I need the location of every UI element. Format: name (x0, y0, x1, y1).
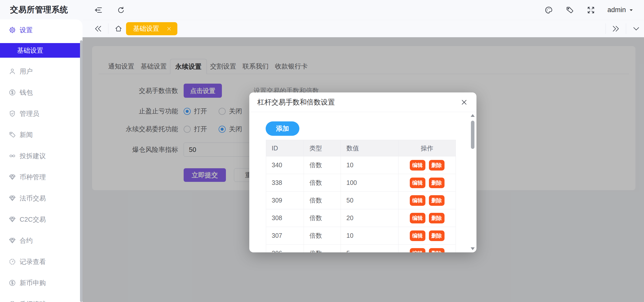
sidebar: 交易所管理系统 设置 基础设置 用户 钱包 管理员 (0, 0, 83, 302)
leverage-table: ID 类型 数值 操作 340 倍数 10 编辑 删除 (266, 140, 456, 252)
table-row: 306 倍数 5 编辑 删除 (266, 244, 456, 252)
sidebar-item-wallet[interactable]: 钱包 (0, 82, 83, 103)
tabbar: 基础设置 (83, 20, 644, 37)
open-tab-basic-settings[interactable]: 基础设置 (126, 22, 177, 35)
divider (626, 23, 626, 34)
delete-button[interactable]: 删除 (429, 230, 445, 241)
sidebar-item-label: 设置 (20, 26, 33, 35)
cell-id: 308 (266, 209, 304, 227)
cell-id: 307 (266, 227, 304, 244)
tag-icon[interactable] (566, 6, 574, 14)
compass-icon (9, 258, 16, 265)
delete-button[interactable]: 删除 (429, 160, 445, 171)
delete-button[interactable]: 删除 (429, 195, 445, 206)
topbar: admin (83, 0, 644, 20)
delete-button[interactable]: 删除 (429, 248, 445, 253)
palette-icon[interactable] (544, 6, 553, 14)
sidebar-item-admins[interactable]: 管理员 (0, 103, 83, 124)
col-header-actions: 操作 (398, 140, 456, 156)
cell-value: 20 (341, 209, 398, 227)
shield-check-icon (9, 110, 16, 117)
cell-value: 50 (341, 192, 398, 209)
cell-value: 5 (341, 245, 398, 252)
sidebar-item-news[interactable]: 新闻 (0, 124, 83, 145)
edit-button[interactable]: 编辑 (410, 195, 425, 206)
diamond-icon (9, 216, 16, 223)
cell-id: 340 (266, 156, 304, 174)
tab-close-icon[interactable] (166, 26, 172, 31)
modal-scrollbar[interactable] (470, 114, 475, 250)
cell-id: 306 (266, 245, 304, 252)
edit-button[interactable]: 编辑 (410, 230, 425, 241)
sidebar-item-label: 法币交易 (20, 194, 46, 203)
sidebar-item-label: 投拆建议 (20, 152, 46, 160)
refresh-icon[interactable] (117, 6, 125, 14)
divider (606, 23, 606, 34)
content-area: 通知设置 基础设置 永续设置 交割设置 联系我们 收款银行卡 交易手数倍数 点击… (83, 37, 644, 302)
sidebar-item-label: C2C交易 (20, 215, 46, 224)
sidebar-item-settings[interactable]: 设置 (0, 19, 83, 41)
fullscreen-icon[interactable] (587, 6, 595, 14)
sidebar-item-basic-settings[interactable]: 基础设置 (0, 43, 83, 58)
edit-button[interactable]: 编辑 (410, 248, 425, 253)
modal-close-icon[interactable] (460, 98, 468, 106)
sidebar-item-records[interactable]: 记录查看 (0, 251, 83, 272)
scroll-down-arrow[interactable] (471, 247, 475, 250)
sidebar-menu: 设置 基础设置 用户 钱包 管理员 新闻 投拆 (0, 19, 83, 302)
table-row: 338 倍数 100 编辑 删除 (266, 174, 456, 191)
sidebar-item-label: 记录查看 (20, 257, 46, 266)
modal-body: 添加 ID 类型 数值 操作 340 倍数 10 编辑 删除 (249, 112, 476, 252)
edit-button[interactable]: 编辑 (410, 160, 425, 171)
col-header-id: ID (266, 140, 304, 156)
home-icon[interactable] (114, 25, 123, 33)
username: admin (607, 6, 626, 14)
cell-value: 100 (341, 174, 398, 191)
user-icon (9, 68, 16, 75)
edit-button[interactable]: 编辑 (410, 213, 425, 223)
sidebar-item-staking-mining[interactable]: 质押挖矿 (0, 293, 83, 302)
sidebar-item-coin-management[interactable]: 币种管理 (0, 166, 83, 188)
sidebar-item-c2c-trading[interactable]: C2C交易 (0, 209, 83, 230)
caret-down-icon (628, 7, 634, 13)
app-root: 交易所管理系统 设置 基础设置 用户 钱包 管理员 (0, 0, 644, 302)
add-button[interactable]: 添加 (266, 121, 299, 136)
sidebar-item-contract[interactable]: 合约 (0, 230, 83, 251)
cell-id: 338 (266, 174, 304, 191)
user-menu[interactable]: admin (607, 6, 634, 14)
sidebar-item-fiat-trading[interactable]: 法币交易 (0, 188, 83, 209)
cell-type: 倍数 (304, 209, 341, 227)
chevrons-left-icon[interactable] (94, 25, 102, 33)
cell-type: 倍数 (304, 174, 341, 191)
cell-type: 倍数 (304, 192, 341, 209)
sidebar-item-feedback[interactable]: 投拆建议 (0, 145, 83, 166)
sidebar-item-label: 新闻 (20, 130, 33, 139)
sidebar-item-new-coin-subscribe[interactable]: 新币申购 (0, 272, 83, 293)
table-row: 309 倍数 50 编辑 删除 (266, 191, 456, 209)
diamond-icon (9, 194, 16, 202)
table-row: 340 倍数 10 编辑 删除 (266, 156, 456, 174)
scroll-up-arrow[interactable] (471, 114, 475, 117)
sidebar-item-label: 管理员 (20, 109, 39, 118)
chevron-down-icon[interactable] (632, 25, 640, 33)
delete-button[interactable]: 删除 (429, 178, 445, 188)
edit-button[interactable]: 编辑 (410, 178, 425, 188)
diamond-icon (9, 237, 16, 244)
leverage-settings-modal: 杠杆交易手数和倍数设置 添加 ID 类型 数值 操作 340 倍数 10 (249, 92, 476, 252)
table-row: 307 倍数 10 编辑 删除 (266, 227, 456, 244)
sidebar-scrollbar[interactable] (80, 40, 83, 302)
collapse-sidebar-icon[interactable] (94, 6, 103, 14)
infinity-icon (9, 152, 16, 160)
sidebar-item-label: 新币申购 (20, 279, 46, 287)
cell-type: 倍数 (304, 227, 341, 244)
modal-title: 杠杆交易手数和倍数设置 (257, 97, 335, 107)
table-header-row: ID 类型 数值 操作 (266, 140, 456, 156)
diamond-icon (9, 173, 16, 181)
delete-button[interactable]: 删除 (429, 213, 445, 223)
scrollbar-thumb[interactable] (471, 121, 474, 149)
cell-value: 10 (341, 156, 398, 174)
sidebar-subitem-label: 基础设置 (17, 46, 43, 55)
sidebar-item-users[interactable]: 用户 (0, 61, 83, 82)
cell-id: 309 (266, 192, 304, 209)
sidebar-item-label: 用户 (20, 67, 33, 76)
chevrons-right-icon[interactable] (612, 25, 620, 33)
